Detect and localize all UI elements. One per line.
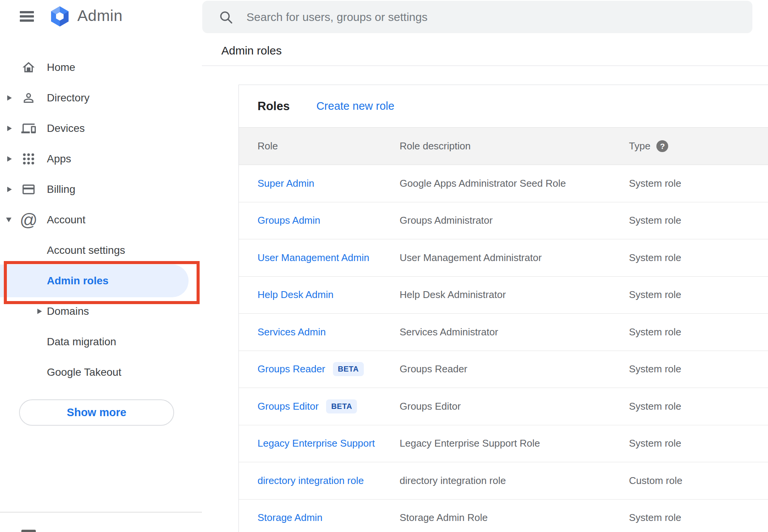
table-row: Super Admin Google Apps Administrator Se… xyxy=(239,165,768,202)
table-row: Groups Admin Groups Administrator System… xyxy=(239,202,768,240)
sidebar: Admin Home Directory D xyxy=(0,0,202,532)
sidebar-item-apps[interactable]: Apps xyxy=(0,144,202,174)
role-link[interactable]: directory integration role xyxy=(258,475,364,487)
table-row: directory integration role directory int… xyxy=(239,462,768,500)
sidebar-item-admin-roles[interactable]: Admin roles xyxy=(0,266,202,296)
person-icon xyxy=(21,90,36,106)
admin-console-page: Admin Home Directory D xyxy=(0,0,768,532)
expand-arrow-icon[interactable] xyxy=(7,156,12,162)
beta-badge: BETA xyxy=(333,362,364,376)
role-description: Groups Administrator xyxy=(400,215,629,226)
role-type: System role xyxy=(629,326,768,338)
sidebar-item-label: Directory xyxy=(47,92,90,104)
role-link[interactable]: User Management Admin xyxy=(258,252,369,264)
partially-visible-bottom-icon xyxy=(21,530,36,532)
role-description: Legacy Enterprise Support Role xyxy=(400,437,629,449)
role-description: Help Desk Administrator xyxy=(400,289,629,301)
sidebar-item-label: Apps xyxy=(47,153,71,165)
beta-badge: BETA xyxy=(326,399,357,413)
sidebar-item-directory[interactable]: Directory xyxy=(0,83,202,113)
sidebar-item-home[interactable]: Home xyxy=(0,52,202,83)
sidebar-item-domains[interactable]: Domains xyxy=(0,296,202,327)
header-divider xyxy=(202,66,768,66)
role-link[interactable]: Legacy Enterprise Support xyxy=(258,437,375,449)
role-link[interactable]: Groups Admin xyxy=(258,215,320,226)
role-description: Google Apps Administrator Seed Role xyxy=(400,178,629,189)
search-input[interactable]: Search for users, groups or settings xyxy=(202,1,752,33)
table-header-row: Role Role description Type ? xyxy=(239,127,768,165)
table-row: User Management Admin User Management Ad… xyxy=(239,239,768,277)
roles-card: Roles Create new role Role Role descript… xyxy=(238,85,768,532)
menu-hamburger-icon[interactable] xyxy=(20,11,34,22)
role-type: System role xyxy=(629,289,768,301)
search-icon xyxy=(218,10,234,25)
table-row: Storage Admin Storage Admin Role System … xyxy=(239,500,768,532)
role-description: Groups Editor xyxy=(400,401,629,412)
sidebar-item-label: Google Takeout xyxy=(47,366,122,378)
role-link[interactable]: Help Desk Admin xyxy=(258,289,333,301)
role-type: System role xyxy=(629,252,768,264)
table-row: Groups Editor BETA Groups Editor System … xyxy=(239,388,768,425)
sidebar-item-devices[interactable]: Devices xyxy=(0,113,202,144)
sidebar-item-google-takeout[interactable]: Google Takeout xyxy=(0,357,202,388)
roles-card-header: Roles Create new role xyxy=(239,85,768,127)
role-link[interactable]: Groups Editor xyxy=(258,401,318,412)
brand-bar: Admin xyxy=(0,0,202,34)
show-more-button[interactable]: Show more xyxy=(19,399,174,426)
role-link[interactable]: Storage Admin xyxy=(258,512,323,524)
table-body: Super Admin Google Apps Administrator Se… xyxy=(239,165,768,532)
sidebar-item-label: Domains xyxy=(47,305,89,317)
breadcrumb: Admin roles xyxy=(221,44,282,57)
credit-card-icon xyxy=(21,182,36,197)
google-admin-logo-icon xyxy=(49,5,71,27)
expand-arrow-icon[interactable] xyxy=(7,126,12,131)
sidebar-item-data-migration[interactable]: Data migration xyxy=(0,327,202,357)
table-row: Groups Reader BETA Groups Reader System … xyxy=(239,351,768,388)
product-title: Admin xyxy=(77,7,123,25)
sidebar-nav: Home Directory Devices xyxy=(0,52,202,388)
expand-arrow-icon[interactable] xyxy=(7,187,12,192)
sidebar-item-label: Admin roles xyxy=(47,275,109,287)
column-header-type-label: Type xyxy=(629,140,650,152)
role-type: System role xyxy=(629,363,768,375)
role-type: System role xyxy=(629,512,768,524)
sidebar-item-label: Account xyxy=(47,214,85,226)
role-type: System role xyxy=(629,437,768,449)
apps-grid-icon xyxy=(21,151,36,167)
card-title: Roles xyxy=(258,99,290,113)
sidebar-item-account-settings[interactable]: Account settings xyxy=(0,235,202,266)
column-header-role: Role xyxy=(239,140,400,152)
devices-icon xyxy=(21,121,36,136)
table-row: Legacy Enterprise Support Legacy Enterpr… xyxy=(239,425,768,463)
sidebar-item-label: Account settings xyxy=(47,244,125,256)
column-header-description: Role description xyxy=(400,140,629,152)
role-type: System role xyxy=(629,215,768,226)
sidebar-bottom-divider xyxy=(0,512,202,513)
create-new-role-link[interactable]: Create new role xyxy=(316,100,394,112)
role-type: Custom role xyxy=(629,475,768,487)
role-description: Storage Admin Role xyxy=(400,512,629,524)
role-description: Services Administrator xyxy=(400,326,629,338)
sidebar-item-label: Home xyxy=(47,61,75,74)
sidebar-item-account[interactable]: @ Account xyxy=(0,205,202,235)
sidebar-item-label: Devices xyxy=(47,122,85,135)
role-description: User Management Administrator xyxy=(400,252,629,264)
role-link[interactable]: Super Admin xyxy=(258,178,314,189)
collapse-arrow-icon[interactable] xyxy=(6,218,11,222)
expand-arrow-icon[interactable] xyxy=(37,309,42,314)
help-icon[interactable]: ? xyxy=(656,140,668,152)
role-description: Groups Reader xyxy=(400,363,629,375)
expand-arrow-icon[interactable] xyxy=(7,95,12,101)
sidebar-item-billing[interactable]: Billing xyxy=(0,174,202,205)
column-header-type: Type ? xyxy=(629,140,768,152)
at-icon: @ xyxy=(21,212,36,228)
role-description: directory integration role xyxy=(400,475,629,487)
role-link[interactable]: Groups Reader xyxy=(258,363,325,375)
role-link[interactable]: Services Admin xyxy=(258,326,326,338)
sidebar-item-label: Data migration xyxy=(47,336,116,348)
sidebar-item-label: Billing xyxy=(47,183,75,195)
table-row: Services Admin Services Administrator Sy… xyxy=(239,314,768,351)
role-type: System role xyxy=(629,401,768,412)
home-icon xyxy=(21,60,36,75)
table-row: Help Desk Admin Help Desk Administrator … xyxy=(239,277,768,314)
